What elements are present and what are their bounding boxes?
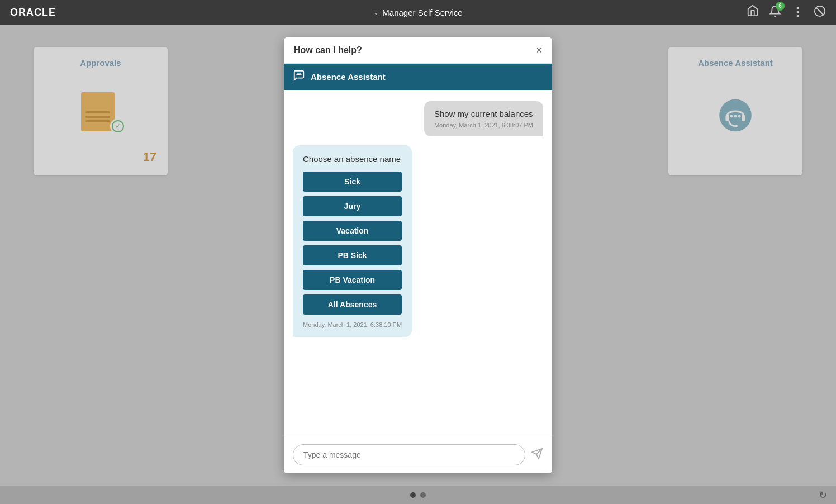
close-button[interactable]: ×: [536, 45, 542, 55]
absence-btn-jury[interactable]: Jury: [303, 196, 402, 216]
oracle-logo: ORACLE: [10, 7, 56, 18]
svg-point-3: [298, 74, 300, 75]
chat-modal-title: How can I help?: [294, 45, 362, 55]
pagination-dot-2[interactable]: [420, 492, 426, 498]
navbar: ORACLE ⌄ Manager Self Service 6 ⋮: [0, 0, 836, 25]
absence-btn-vacation[interactable]: Vacation: [303, 221, 402, 241]
chat-footer: [284, 436, 552, 473]
notification-badge: 6: [776, 2, 785, 11]
pagination-dot-1[interactable]: [410, 492, 416, 498]
svg-line-1: [816, 7, 824, 15]
assistant-name-label: Absence Assistant: [311, 72, 386, 82]
absence-btn-sick[interactable]: Sick: [303, 172, 402, 192]
absence-btn-pb-sick[interactable]: PB Sick: [303, 245, 402, 265]
chat-modal: How can I help? × Absence Assistant Show…: [284, 37, 552, 473]
navbar-center: ⌄ Manager Self Service: [373, 8, 462, 17]
chat-body: Show my current balances Monday, March 1…: [284, 90, 552, 436]
notifications-icon[interactable]: 6: [769, 5, 781, 20]
user-message-bubble: Show my current balances Monday, March 1…: [424, 101, 543, 136]
chat-input[interactable]: [293, 444, 525, 465]
bot-message-bubble: Choose an absence name Sick Jury Vacatio…: [293, 145, 412, 337]
modal-overlay: How can I help? × Absence Assistant Show…: [0, 25, 836, 486]
navbar-left: ORACLE: [10, 7, 56, 18]
block-icon[interactable]: [814, 5, 826, 20]
absence-btn-all-absences[interactable]: All Absences: [303, 294, 402, 315]
svg-point-4: [300, 74, 301, 75]
title-chevron: ⌄: [373, 8, 379, 16]
send-button[interactable]: [531, 448, 543, 463]
bot-message-time: Monday, March 1, 2021, 6:38:10 PM: [303, 321, 402, 328]
refresh-icon[interactable]: ↻: [819, 489, 827, 501]
svg-point-2: [297, 74, 298, 75]
more-icon[interactable]: ⋮: [791, 5, 804, 20]
bottom-bar: ↻: [0, 486, 836, 504]
chat-bubble-icon: [293, 69, 305, 84]
absence-btn-pb-vacation[interactable]: PB Vacation: [303, 270, 402, 290]
absence-buttons: Sick Jury Vacation PB Sick PB Vacation A…: [303, 172, 402, 315]
home-icon[interactable]: [747, 4, 759, 20]
absence-choice-title: Choose an absence name: [303, 154, 402, 164]
navbar-right: 6 ⋮: [747, 4, 826, 20]
user-message-text: Show my current balances: [434, 109, 533, 118]
main-content: Approvals ✓ 17 How can I he: [0, 25, 836, 486]
page-title: Manager Self Service: [382, 8, 462, 17]
chat-assistant-bar: Absence Assistant: [284, 64, 552, 90]
user-message-time: Monday, March 1, 2021, 6:38:07 PM: [434, 122, 533, 129]
chat-modal-header: How can I help? ×: [284, 37, 552, 64]
